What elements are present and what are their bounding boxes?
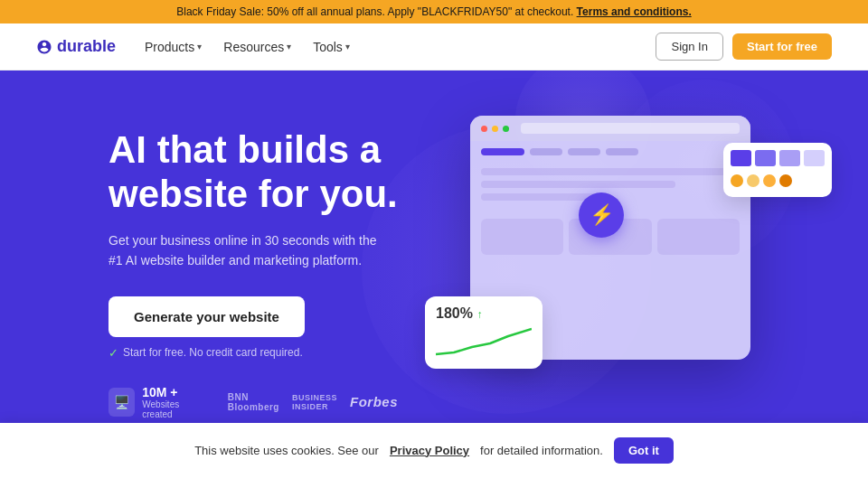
hero-section: AI that builds a website for you. Get yo… xyxy=(0,70,868,477)
browser-grid-item xyxy=(481,219,563,255)
monitor-icon: 🖥️ xyxy=(108,388,135,417)
free-note: ✓ Start for free. No credit card require… xyxy=(108,346,398,360)
nav-resources[interactable]: Resources ▾ xyxy=(223,40,291,54)
nav-products[interactable]: Products ▾ xyxy=(145,40,202,54)
chevron-down-icon: ▾ xyxy=(287,42,291,52)
browser-nav xyxy=(470,141,750,163)
palette-circle xyxy=(747,174,760,187)
hero-subtitle: Get your business online in 30 seconds w… xyxy=(108,230,389,271)
cookie-banner: This website uses cookies. See our Priva… xyxy=(0,423,868,477)
palette-swatch xyxy=(755,150,776,166)
cookie-text2: for detailed information. xyxy=(480,444,603,457)
stats-row: 🖥️ 10M + Websites created BNNBloomberg B… xyxy=(108,385,398,419)
ai-circle: ⚡ xyxy=(579,192,624,238)
browser-dot-green xyxy=(503,126,509,132)
signin-button[interactable]: Sign In xyxy=(656,33,722,61)
palette-card xyxy=(723,143,832,197)
gotit-button[interactable]: Got it xyxy=(614,437,674,464)
navigation: durable Products ▾ Resources ▾ Tools ▾ S… xyxy=(0,23,868,70)
privacy-policy-link[interactable]: Privacy Policy xyxy=(390,444,469,457)
logo-text: durable xyxy=(57,37,116,56)
chevron-down-icon: ▾ xyxy=(197,42,202,52)
palette-circle xyxy=(731,174,743,187)
start-button[interactable]: Start for free xyxy=(732,33,832,60)
browser-content-block xyxy=(481,168,740,175)
logo[interactable]: durable xyxy=(36,37,116,56)
forbes-logo: Forbes xyxy=(350,394,398,409)
growth-arrow: ↑ xyxy=(476,308,482,321)
generate-website-button[interactable]: Generate your website xyxy=(108,296,305,337)
business-insider-logo: BUSINESSINSIDER xyxy=(292,393,337,411)
stat-number: 10M + xyxy=(142,385,205,399)
banner-text: Black Friday Sale: 50% off all annual pl… xyxy=(176,5,573,18)
bloomberg-logo: BNNBloomberg xyxy=(228,392,279,412)
browser-dot-yellow xyxy=(492,126,498,132)
stat-label: Websites created xyxy=(142,399,205,419)
nav-links: Products ▾ Resources ▾ Tools ▾ xyxy=(145,40,656,54)
check-icon: ✓ xyxy=(108,346,118,360)
growth-card: 180% ↑ xyxy=(425,296,542,369)
browser-dot-red xyxy=(481,126,487,132)
lightning-icon: ⚡ xyxy=(590,203,614,227)
nav-tools[interactable]: Tools ▾ xyxy=(313,40,350,54)
palette-circle xyxy=(763,174,776,187)
press-logos: BNNBloomberg BUSINESSINSIDER Forbes xyxy=(228,392,398,412)
hero-title: AI that builds a website for you. xyxy=(108,128,398,216)
chevron-down-icon: ▾ xyxy=(345,42,350,52)
browser-navpill xyxy=(568,148,600,155)
cookie-text: This website uses cookies. See our xyxy=(194,444,379,457)
browser-urlbar xyxy=(521,123,740,134)
hero-text-block: AI that builds a website for you. Get yo… xyxy=(0,128,398,418)
promo-banner: Black Friday Sale: 50% off all annual pl… xyxy=(0,0,868,23)
growth-number: 180% ↑ xyxy=(436,305,532,322)
browser-navpill-active xyxy=(481,148,524,155)
palette-circle xyxy=(779,174,792,187)
browser-navpill xyxy=(530,148,562,155)
palette-swatch xyxy=(779,150,800,166)
nav-actions: Sign In Start for free xyxy=(656,33,832,61)
hero-illustration: ⚡ 180% ↑ xyxy=(443,98,832,432)
browser-titlebar xyxy=(470,116,750,141)
growth-chart xyxy=(436,327,532,363)
banner-link[interactable]: Terms and conditions. xyxy=(577,5,692,18)
browser-navpill xyxy=(606,148,638,155)
logo-icon xyxy=(36,39,52,55)
palette-swatch xyxy=(731,150,751,166)
browser-grid-item xyxy=(657,219,740,255)
stat-websites: 🖥️ 10M + Websites created xyxy=(108,385,206,419)
growth-chart-svg xyxy=(436,327,532,360)
palette-swatch xyxy=(804,150,825,166)
browser-content-block xyxy=(481,181,675,188)
